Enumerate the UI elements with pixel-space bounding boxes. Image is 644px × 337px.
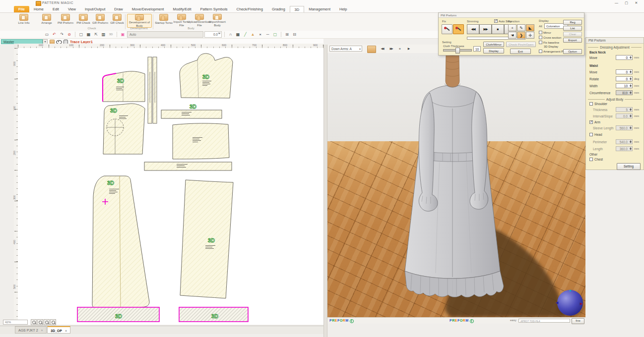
sleeve-length-field[interactable]: 560.0 (616, 125, 633, 130)
pattern-piece-placket-strips[interactable] (148, 57, 157, 123)
pattern-piece-skirt-panel-small[interactable] (173, 123, 229, 159)
pattern-canvas-2d[interactable]: 3D 3D 3D 3D 3D 3D 3D 3D (18, 48, 323, 325)
piece-tool-icon[interactable]: ▢ (272, 31, 278, 38)
menu-item-home[interactable]: Home (29, 6, 48, 12)
check-pinch-open-button[interactable]: Check Pinch/Open (506, 42, 536, 47)
dialog-title[interactable]: PM Preform (439, 13, 584, 18)
pose-combobox[interactable]: Down Arms: A (329, 46, 362, 52)
arrange-button[interactable]: Arrange (38, 14, 56, 27)
option-button[interactable]: Option (563, 49, 582, 54)
auto-mode-combobox[interactable]: Auto (127, 31, 203, 38)
cloth-thickness-value[interactable]: 10 (473, 46, 481, 52)
select-rect-icon[interactable]: ▢ (78, 31, 84, 38)
maximize-button[interactable]: ▢ (622, 0, 631, 5)
gr-check-button[interactable]: GR Check (108, 14, 126, 27)
development-of-body-button[interactable]: Development of Body (127, 14, 152, 28)
startup-torso-button[interactable]: Startup Torso (155, 14, 173, 27)
viewport-3d[interactable]: Down Arms: A (327, 45, 585, 323)
tab-ags-pjkt-2[interactable]: AGS PJKT 2× (15, 326, 47, 334)
thickness-spinner[interactable]: 5 (616, 107, 633, 112)
measure-icon[interactable]: ⇱ (93, 31, 99, 38)
arc-tool-icon[interactable]: ∩ (227, 31, 234, 38)
shoulder-checkbox[interactable] (589, 102, 593, 106)
upload-download-file-button[interactable]: Upload/Download File (191, 14, 208, 27)
cloth-mirror-button[interactable]: Cloth/Mirror (483, 42, 504, 47)
function-fold-icon[interactable]: ❯ (517, 32, 525, 39)
view-splitter[interactable] (323, 45, 327, 337)
function-pinch-icon[interactable]: ☚ (508, 32, 516, 39)
sim-stop-button[interactable] (492, 24, 504, 34)
pm-preform-dialog[interactable]: PM Preform Fix Simming Auto Stop Setting… (438, 12, 584, 56)
pattern-piece-back-yoke[interactable] (103, 104, 145, 154)
cross-section-checkbox[interactable]: Cross section (539, 36, 561, 39)
fix-pin-selected-button[interactable] (453, 24, 464, 34)
mirror-checkbox[interactable]: Mirror (539, 31, 551, 34)
menu-item-draw[interactable]: Draw (110, 6, 128, 12)
pm-preform-button[interactable]: PM Preform (57, 14, 74, 27)
pm-check-button[interactable]: PM Check (74, 14, 92, 27)
minimize-button[interactable]: — (612, 0, 621, 5)
scene-3d[interactable]: ▲ ◀ ▶ (327, 53, 585, 317)
import-insert-body-button[interactable]: Import/Insert Body (208, 14, 226, 27)
undo-icon[interactable]: ↶ (51, 31, 58, 38)
waist-move-spinner[interactable]: 0 (616, 69, 633, 74)
zoom-fit-icon[interactable] (44, 319, 50, 325)
function-pen-icon[interactable]: ✎ (517, 24, 525, 31)
fix-baseline-checkbox[interactable]: Fix baseline (539, 41, 559, 44)
add-panel-icon[interactable]: ⊞ (284, 31, 290, 38)
3d-view-icon[interactable]: 3D (108, 31, 114, 38)
tab-3d-op[interactable]: 3D_OP× (47, 326, 70, 334)
function-ruler-icon[interactable]: ◣ (526, 24, 534, 31)
tab-close-icon[interactable]: × (65, 329, 67, 333)
disable-icon[interactable]: ⊘ (66, 31, 72, 38)
menu-item-file[interactable]: File (14, 6, 29, 12)
menu-item-move-development[interactable]: Move/Development (128, 6, 169, 12)
line-info-button[interactable]: Line Info (15, 14, 33, 27)
sim-rewind-button[interactable] (467, 24, 479, 34)
pattern-piece-waistband[interactable] (161, 110, 222, 118)
line-tool-icon[interactable]: ╱ (242, 31, 249, 38)
close-button[interactable]: ✕ (632, 0, 641, 5)
zoom-level-combobox[interactable]: 42% (3, 320, 28, 325)
offset-spinner[interactable]: 0.0 (204, 31, 222, 38)
dash-tool-icon[interactable]: ─ (264, 31, 271, 38)
slider-thumb[interactable] (455, 48, 460, 54)
function-pin-drag-icon[interactable]: ✢ (526, 32, 534, 39)
menu-item-pattern-symbols[interactable]: Pattern Symbols (196, 6, 232, 12)
export-button[interactable]: Export (563, 38, 582, 43)
menu-item-edit[interactable]: Edit (48, 6, 64, 12)
zoom-out-icon[interactable] (37, 319, 43, 325)
new-page-icon[interactable]: ▭ (44, 31, 50, 38)
zoom-in-icon[interactable] (31, 319, 37, 325)
fast-forward-icon[interactable] (387, 46, 395, 52)
marker-icon[interactable]: ▣ (120, 31, 126, 38)
interval-slope-field[interactable]: 0.0 (616, 113, 633, 118)
quality-slider[interactable]: APRO7 7OD-HL4 (518, 319, 570, 323)
stop-icon[interactable] (396, 46, 404, 52)
zoom-region-icon[interactable] (50, 319, 56, 325)
pattern-piece-skirt-front[interactable] (92, 176, 149, 308)
exit-button[interactable]: Exit (510, 49, 531, 54)
play-icon[interactable] (405, 46, 413, 52)
fill-piece-icon[interactable]: ▦ (85, 31, 92, 38)
menu-item-input-output[interactable]: Input/Output (80, 6, 110, 12)
head-checkbox[interactable] (589, 133, 593, 136)
fix-pin-button[interactable] (442, 24, 452, 34)
reg-button[interactable]: Reg (563, 20, 582, 25)
menu-item-help[interactable]: Help (335, 6, 351, 12)
pattern-piece-hem-band[interactable] (144, 162, 232, 170)
quality-fine-button[interactable]: fine (572, 318, 584, 324)
menu-item-check-finishing[interactable]: Check/Finishing (232, 6, 267, 12)
pattern-piece-front-yoke[interactable] (103, 71, 145, 102)
menu-item-management[interactable]: Management (304, 6, 335, 12)
arm-checkbox[interactable] (589, 120, 593, 124)
tab-close-icon[interactable]: × (41, 329, 43, 332)
menu-item-modify-edit[interactable]: Modify/Edit (168, 6, 195, 12)
redo-icon[interactable]: ↷ (59, 31, 65, 38)
delete-tool-icon[interactable]: × (257, 31, 263, 38)
function-move-icon[interactable]: + (508, 24, 516, 31)
clear-button[interactable]: Clear (563, 32, 582, 37)
setting-button[interactable]: Setting (617, 163, 641, 170)
cloth-thickness-slider[interactable] (443, 49, 472, 52)
navigation-sphere[interactable]: ▲ ◀ ▶ (557, 290, 583, 316)
